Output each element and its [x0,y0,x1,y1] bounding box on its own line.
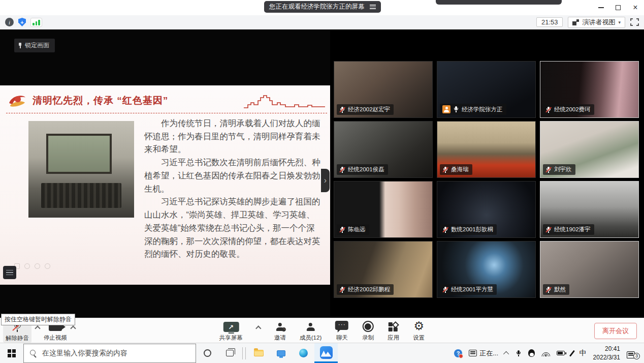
start-button[interactable] [0,343,23,363]
chat-button[interactable]: ··· 聊天 [335,320,348,342]
share-screen-button[interactable]: ↗ 共享屏幕 [219,320,243,342]
members-label: 成员(12) [300,334,321,342]
participant-name: 桑海瑞 [451,166,469,173]
slide-photo [28,121,134,218]
participant-name: 数统2001彭歆桐 [451,226,493,233]
fullscreen-button[interactable] [630,18,639,26]
mic-muted-icon [545,286,552,293]
participant-name: 经统2001平方慧 [451,286,493,293]
search-placeholder: 在这里输入你要搜索的内容 [42,349,127,358]
participant-label: 经济2002赵宏宇 [337,104,394,115]
video-tile[interactable]: 经统1902潘宇 [540,181,639,238]
mic-muted-icon [339,106,345,113]
taskbar-time: 20:41 [605,345,620,352]
task-view-button[interactable] [218,343,241,363]
microphone-tray-icon[interactable] [516,350,522,357]
cortana-button[interactable] [196,343,218,363]
minimize-button[interactable] [592,0,609,15]
video-tile[interactable]: 经济2002赵宏宇 [334,61,433,118]
network-signal-icon[interactable] [30,18,42,27]
cortana-icon [204,349,211,357]
qq-tray-icon[interactable] [528,349,535,357]
edge-button[interactable] [292,343,314,363]
video-tile[interactable]: 经统2001侯磊 [334,121,433,178]
wifi-icon[interactable] [541,350,550,356]
meeting-info-icon[interactable]: i [5,18,14,26]
video-tile[interactable]: 桑海瑞 [437,121,536,178]
share-options-chevron[interactable] [255,325,261,331]
video-tile[interactable]: 数统2001彭歆桐 [437,181,536,238]
invite-button[interactable]: + 邀请 [274,320,286,342]
help-tray-icon[interactable]: ? [454,349,462,357]
maximize-button[interactable] [609,0,627,15]
meeting-clock: 21:53 [536,17,563,27]
invite-label: 邀请 [274,334,286,342]
participant-name: 经济学院张方正 [462,106,503,113]
meeting-app-icon [320,346,333,359]
participant-name: 经统1902潘宇 [554,226,591,233]
news-ticker-button[interactable]: 正在... [469,349,498,358]
participant-name: 经济2002赵宏宇 [348,106,390,113]
close-button[interactable]: × [627,0,644,15]
taskbar-clock[interactable]: 20:41 2022/3/31 [593,345,620,361]
settings-button[interactable]: ⚙ 设置 [413,320,425,342]
participant-name: 默然 [554,286,566,293]
apps-grid-icon [389,322,398,332]
video-options-chevron[interactable] [70,325,76,331]
apps-label: 应用 [388,334,399,342]
banner-menu-icon[interactable] [370,5,376,9]
participant-label: 默然 [543,284,569,295]
record-label: 录制 [362,334,374,342]
participant-name: 刘宇欣 [554,166,572,173]
video-tile[interactable]: 经济2002邱鹏程 [334,241,433,298]
mic-muted-icon [442,286,448,293]
search-icon [30,350,37,357]
view-mode-button[interactable]: 演讲者视图 ▾ [568,17,625,28]
slide-paragraph: 习近平总书记探访英雄的脚步走遍了祖国的山山水水，“崇尚英雄、捍卫英雄、学习英雄、… [144,195,321,261]
pin-screen-button[interactable]: 锁定画面 [14,39,55,52]
share-screen-label: 共享屏幕 [219,334,243,342]
slide-title: 清明忆先烈，传承 “红色基因” [33,94,168,107]
participant-name: 经统2001侯磊 [348,166,384,173]
ime-indicator[interactable]: 中 [579,349,587,358]
members-button[interactable]: 成员(12) [300,320,321,342]
chat-label: 聊天 [336,334,348,342]
video-tile[interactable]: 刘宇欣 [540,121,639,178]
annotation-toolbar-icon[interactable] [3,266,16,279]
panel-expand-handle[interactable]: › [321,169,330,192]
members-person-icon [306,323,314,331]
shared-screen-pane: 锁定画面 清明忆先烈，传承 “红色基因” [0,29,330,318]
pen-icon[interactable] [569,350,575,356]
apps-button[interactable]: 应用 [388,320,399,342]
file-explorer-button[interactable] [247,343,270,363]
video-tile[interactable]: 经统2002费珂 [540,61,639,118]
folder-icon [254,350,264,356]
video-tile[interactable]: 陈临远 [334,181,433,238]
edge-icon [299,349,308,357]
slide-edit-tools[interactable] [14,263,50,269]
leave-meeting-button[interactable]: 离开会议 [594,323,637,339]
unmute-label: 解除静音 [6,335,29,342]
mic-options-chevron[interactable] [35,325,40,331]
participant-label: 经统1902潘宇 [543,224,594,235]
taskbar-search-input[interactable]: 在这里输入你要搜索的内容 [23,344,196,363]
windows-taskbar: 在这里输入你要搜索的内容 ? 正在... 中 20: [0,343,644,363]
security-shield-icon[interactable]: + [18,18,26,26]
battery-icon[interactable] [557,351,565,355]
meeting-app-button[interactable] [314,343,338,363]
video-tile[interactable]: 默然 [540,241,639,298]
photo-figures [41,183,121,208]
notification-center-button[interactable]: 3 [627,348,640,358]
video-tile[interactable]: 经济学院张方正 [437,61,536,118]
record-button[interactable]: 录制 [362,320,374,342]
share-screen-icon: ↗ [223,322,239,332]
task-view-icon [226,350,234,356]
hidden-icons-chevron[interactable] [503,351,509,356]
watching-banner: 您正在观看经济学院张方正的屏幕 [264,1,381,13]
pc-button[interactable] [270,343,292,363]
meeting-statusbar: i + 21:53 演讲者视图 ▾ [0,15,644,29]
stop-video-label: 停止视频 [44,334,67,342]
video-tile[interactable]: 经统2001平方慧 [437,241,536,298]
record-icon [363,321,374,332]
participant-name: 陈临远 [348,226,366,233]
